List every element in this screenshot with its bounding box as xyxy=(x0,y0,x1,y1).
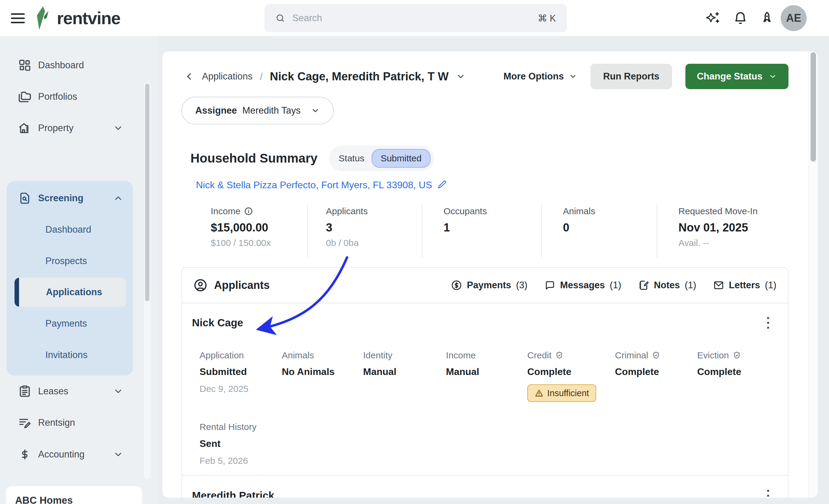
sparkles-icon[interactable] xyxy=(706,11,721,25)
household-address-link[interactable]: Nick & Stella Pizza Perfecto, Fort Myers… xyxy=(196,178,789,192)
app-logo[interactable]: rentvine xyxy=(36,4,120,32)
chevron-down-icon xyxy=(311,106,320,115)
assignee-dropdown[interactable]: Assignee Meredith Tays xyxy=(181,97,334,124)
stat-label: Animals xyxy=(563,206,595,216)
bell-icon[interactable] xyxy=(733,11,748,25)
tab-count: (3) xyxy=(516,280,528,291)
more-options-button[interactable]: More Options xyxy=(503,71,577,82)
chevron-down-icon xyxy=(113,449,123,460)
applicants-title: Applicants xyxy=(193,278,270,292)
shield-check-icon xyxy=(652,351,660,359)
stat-occupants: Occupants 1 xyxy=(422,204,541,258)
field-sub: Dec 9, 2025 xyxy=(200,384,282,394)
change-status-button[interactable]: Change Status xyxy=(685,64,789,89)
stat-label: Income xyxy=(211,206,240,216)
field-label: Eviction xyxy=(697,350,729,360)
grid-icon xyxy=(18,59,31,72)
field-label: Rental History xyxy=(200,422,788,433)
field-value: Manual xyxy=(446,366,527,380)
run-reports-button[interactable]: Run Reports xyxy=(590,64,672,89)
applicant-row-header: Meredith Patrick xyxy=(182,476,788,498)
tab-messages[interactable]: Messages (1) xyxy=(544,280,621,291)
address-text: Nick & Stella Pizza Perfecto, Fort Myers… xyxy=(196,180,432,191)
dollar-icon xyxy=(18,448,31,461)
avatar-initials: AE xyxy=(786,12,801,25)
field-label: Criminal xyxy=(615,350,648,360)
field-value: No Animals xyxy=(282,366,363,380)
chevron-down-icon[interactable] xyxy=(456,72,466,81)
tab-label: Messages xyxy=(560,280,605,291)
shield-check-icon xyxy=(732,351,741,359)
sidebar-item-dashboard[interactable]: Dashboard xyxy=(0,49,142,81)
main-scrollbar-thumb[interactable] xyxy=(810,52,816,162)
field-label: Application xyxy=(200,350,244,360)
sidebar-scrollbar-thumb[interactable] xyxy=(145,84,149,301)
applicants-card-header: Applicants Payments (3) Messages (1) Not… xyxy=(182,268,788,303)
stat-value: 1 xyxy=(443,221,541,234)
sidebar-item-screening-payments[interactable]: Payments xyxy=(0,308,133,339)
sidebar-subitem-label: Payments xyxy=(45,318,87,329)
field-eviction: Eviction Complete xyxy=(697,350,788,402)
global-search[interactable]: ⌘ K xyxy=(264,4,567,32)
field-value: Complete xyxy=(527,366,615,380)
search-shortcut: ⌘ K xyxy=(538,13,556,24)
breadcrumb: Applications / Nick Cage, Meredith Patri… xyxy=(184,70,466,83)
org-switcher[interactable]: ABC Homes QA xyxy=(6,486,142,504)
more-options-label: More Options xyxy=(503,71,564,82)
tab-notes[interactable]: Notes (1) xyxy=(638,280,696,291)
hamburger-menu-icon[interactable] xyxy=(11,10,28,26)
tab-letters[interactable]: Letters (1) xyxy=(713,280,777,291)
brand-name: rentvine xyxy=(57,8,120,28)
sidebar-item-screening-invitations[interactable]: Invitations xyxy=(0,339,133,371)
sidebar-item-rentsign[interactable]: Rentsign xyxy=(0,407,142,438)
pencil-icon[interactable] xyxy=(437,180,447,190)
sidebar-subitem-label: Invitations xyxy=(45,350,88,360)
stat-sub: $100 / 150.00x xyxy=(211,238,307,248)
chevron-up-icon xyxy=(113,193,123,203)
shield-check-icon xyxy=(555,351,564,359)
rocket-icon[interactable] xyxy=(760,11,774,25)
stat-label: Applicants xyxy=(326,206,368,216)
sidebar-item-leases[interactable]: Leases xyxy=(0,376,142,407)
sidebar-item-label: Dashboard xyxy=(38,60,84,71)
kebab-menu-icon[interactable] xyxy=(761,315,774,331)
field-label: Identity xyxy=(363,350,392,360)
sidebar-item-screening-dashboard[interactable]: Dashboard xyxy=(0,214,133,245)
sidebar-item-label: Leases xyxy=(38,386,68,397)
info-icon[interactable] xyxy=(244,207,253,216)
field-sub: Feb 5, 2026 xyxy=(200,456,788,467)
field-identity: Identity Manual xyxy=(363,350,446,402)
tab-payments[interactable]: Payments (3) xyxy=(451,280,527,291)
breadcrumb-applications-link[interactable]: Applications xyxy=(202,71,252,82)
stat-income: Income $15,000.00 $100 / 150.00x xyxy=(181,204,307,258)
stat-value: 0 xyxy=(563,221,657,234)
status-group: Status Submitted xyxy=(329,146,434,171)
sidebar-item-screening[interactable]: Screening xyxy=(0,183,142,214)
field-value: Complete xyxy=(697,366,788,380)
header-actions: More Options Run Reports Change Status xyxy=(503,64,789,89)
main-scrollbar[interactable] xyxy=(808,51,818,498)
clipboard-icon xyxy=(18,385,31,398)
kebab-menu-icon[interactable] xyxy=(761,488,774,498)
stat-value: $15,000.00 xyxy=(211,221,307,234)
sidebar-subitem-label: Prospects xyxy=(45,256,87,267)
field-label: Income xyxy=(446,350,476,360)
applicant-name: Meredith Patrick xyxy=(192,490,274,498)
back-chevron-icon[interactable] xyxy=(184,71,195,82)
status-badge[interactable]: Submitted xyxy=(371,149,431,168)
sidebar-scrollbar[interactable] xyxy=(144,82,151,479)
sidebar-item-portfolios[interactable]: Portfolios xyxy=(0,81,142,112)
avatar[interactable]: AE xyxy=(781,5,807,31)
stat-label: Requested Move-In xyxy=(678,206,758,216)
sidebar-item-screening-prospects[interactable]: Prospects xyxy=(0,245,133,277)
sidebar-item-property[interactable]: Property xyxy=(0,112,142,144)
tab-label: Payments xyxy=(467,280,511,291)
sidebar-item-label: Screening xyxy=(38,193,83,204)
search-input[interactable] xyxy=(292,13,538,24)
main-content-card: Applications / Nick Cage, Meredith Patri… xyxy=(163,51,818,498)
org-name: ABC Homes xyxy=(15,495,133,504)
breadcrumb-separator: / xyxy=(260,71,262,82)
sidebar-item-accounting[interactable]: Accounting xyxy=(0,439,142,470)
sidebar-item-screening-applications[interactable]: Applications xyxy=(14,278,127,307)
field-criminal: Criminal Complete xyxy=(615,350,697,402)
